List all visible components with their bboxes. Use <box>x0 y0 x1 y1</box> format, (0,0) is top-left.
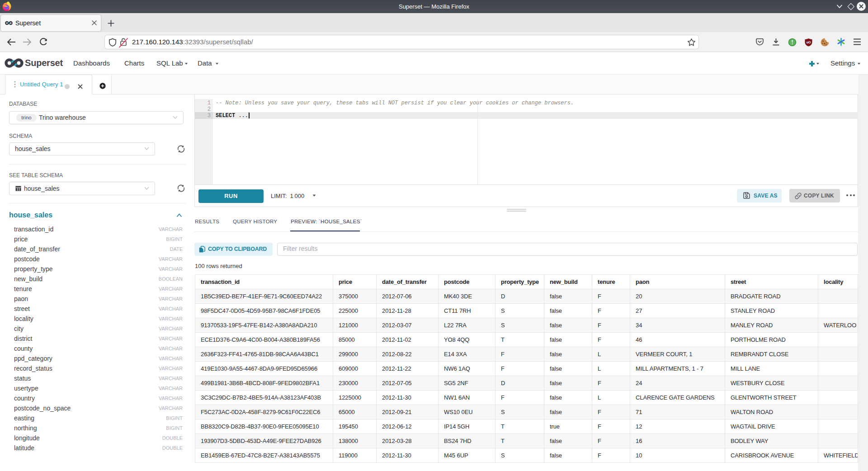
svg-text:uO: uO <box>807 41 811 44</box>
